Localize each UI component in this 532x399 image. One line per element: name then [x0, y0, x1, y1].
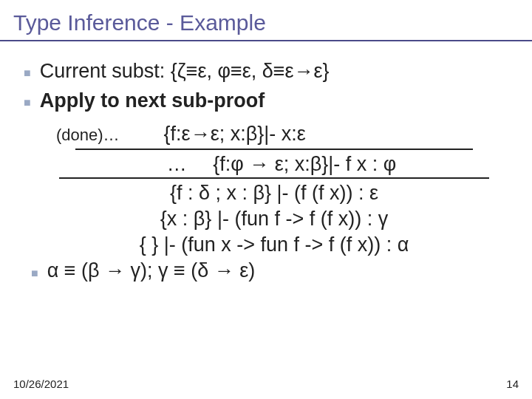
proof-block: (done)… {f:ε→ε; x:β}|- x:ε … {f:φ → ε; x…	[24, 123, 517, 282]
proof-row-2: … {f:φ → ε; x:β}|- f x : φ	[31, 153, 517, 176]
ellipsis: …	[167, 153, 187, 175]
bullet-3: ■ α ≡ (β → γ); γ ≡ (δ → ε)	[31, 259, 517, 282]
square-bullet-icon: ■	[24, 66, 31, 80]
proof-row-1: (done)… {f:ε→ε; x:β}|- x:ε	[31, 123, 517, 146]
title-divider	[0, 40, 532, 41]
bullet-1-text: Current subst: {ζ≡ε, φ≡ε, δ≡ε→ε}	[40, 59, 330, 84]
slide-title: Type Inference - Example	[0, 0, 532, 40]
slide-footer: 10/26/2021 14	[13, 378, 519, 390]
bullet-2: ■ Apply to next sub-proof	[24, 89, 517, 114]
slide-content: ■ Current subst: {ζ≡ε, φ≡ε, δ≡ε→ε} ■ App…	[0, 59, 532, 282]
bullet-2-text: Apply to next sub-proof	[40, 89, 265, 114]
proof-r2: {f:φ → ε; x:β}|- f x : φ	[213, 153, 396, 175]
inference-rule-line-1	[75, 149, 473, 150]
inference-rule-line-2	[59, 177, 489, 179]
proof-row-3: {f : δ ; x : β} |- (f (f x)) : ε	[31, 182, 517, 205]
proof-row-4: {x : β} |- (fun f -> f (f x)) : γ	[31, 208, 517, 231]
bullet-1: ■ Current subst: {ζ≡ε, φ≡ε, δ≡ε→ε}	[24, 59, 517, 84]
footer-date: 10/26/2021	[13, 378, 69, 390]
footer-page-number: 14	[506, 378, 519, 390]
proof-r1: {f:ε→ε; x:β}|- x:ε	[164, 123, 306, 146]
unification-result: α ≡ (β → γ); γ ≡ (δ → ε)	[47, 259, 256, 282]
square-bullet-icon: ■	[31, 267, 38, 280]
square-bullet-icon: ■	[24, 96, 31, 109]
done-label: (done)…	[31, 126, 120, 145]
proof-row-5: { } |- (fun x -> fun f -> f (f x)) : α	[31, 233, 517, 256]
